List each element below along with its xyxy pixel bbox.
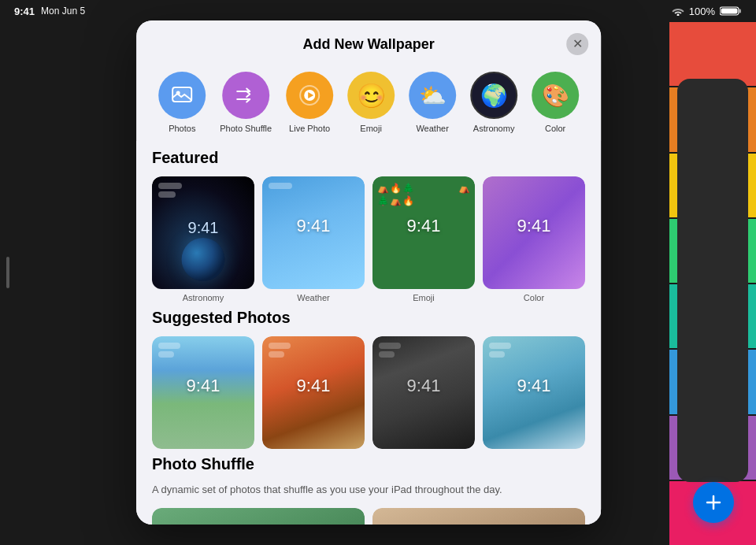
type-astronomy[interactable]: 🌍 Astronomy — [470, 72, 517, 133]
modal-title: Add New Wallpaper — [303, 36, 435, 52]
svg-point-5 — [176, 91, 180, 95]
weather-label-below: Weather — [262, 293, 365, 302]
suggested-photos-section-title: Suggested Photos — [152, 309, 585, 327]
status-right: 100% — [672, 6, 742, 17]
color-icon-circle: 🎨 — [532, 72, 579, 119]
close-icon: ✕ — [573, 38, 583, 50]
shuffle-thumb-2[interactable]: 9:41 — [372, 508, 585, 525]
photo-shuffle-description: A dynamic set of photos that shuffle as … — [152, 483, 585, 497]
svg-rect-1 — [739, 9, 742, 13]
emoji-tile-3: 🌲 — [402, 183, 414, 194]
astronomy-time: 9:41 — [188, 219, 219, 237]
earth-sphere — [182, 238, 225, 281]
suggested-photo-3[interactable]: 9:41 — [372, 336, 475, 449]
astronomy-label-below: Astronomy — [152, 293, 254, 302]
photo1-time: 9:41 — [187, 376, 220, 396]
featured-grid: 9:41 Astronomy 9:41 Weather — [152, 176, 585, 302]
add-wallpaper-button[interactable] — [693, 482, 734, 523]
widget-bar-10 — [379, 351, 395, 358]
photo-shuffle-icon-circle — [222, 72, 269, 119]
widget-bar-2 — [158, 191, 176, 198]
suggested-photo-1[interactable]: 9:41 — [152, 336, 254, 449]
widget-bar-9 — [379, 343, 401, 349]
live-photo-icon-circle — [286, 72, 333, 119]
emoji-label: Emoji — [360, 124, 382, 133]
photo-shuffle-section-title: Photo Shuffle — [152, 455, 585, 473]
right-panel — [677, 79, 748, 482]
widget-bar-12 — [489, 351, 505, 358]
wifi-icon — [672, 6, 684, 16]
type-photos[interactable]: Photos — [158, 72, 206, 133]
photo2-widgets — [269, 343, 291, 358]
emoji-tile-2: 🔥 — [390, 183, 402, 194]
photo4-time: 9:41 — [517, 376, 551, 396]
close-button[interactable]: ✕ — [566, 33, 588, 55]
photo4-widgets — [489, 343, 511, 358]
widget-bar-6 — [158, 351, 174, 358]
wallpaper-type-icons-row: Photos Photo Shuffle Live Photo — [136, 61, 601, 141]
widget-bar-5 — [158, 343, 180, 349]
astronomy-widgets — [158, 183, 182, 198]
widget-bar-3 — [269, 183, 292, 189]
widget-bar-11 — [489, 343, 511, 349]
featured-weather-thumb[interactable]: 9:41 Weather — [262, 176, 365, 302]
modal-header: Add New Wallpaper ✕ — [136, 20, 601, 61]
widget-bar-8 — [269, 351, 284, 358]
status-time: 9:41 — [14, 6, 35, 17]
featured-astronomy-thumb[interactable]: 9:41 Astronomy — [152, 176, 254, 302]
featured-color-thumb[interactable]: 9:41 Color — [483, 176, 585, 302]
suggested-photo-4[interactable]: 9:41 — [483, 336, 585, 449]
weather-icon: ⛅ — [419, 83, 447, 109]
live-photo-icon — [298, 83, 321, 107]
emoji-icon: 😊 — [357, 82, 386, 109]
color-icon: 🎨 — [542, 83, 569, 109]
photo2-time: 9:41 — [297, 376, 331, 396]
weather-icon-circle: ⛅ — [409, 72, 456, 119]
emoji-tile-7: 🔥 — [402, 195, 414, 206]
battery-percent: 100% — [689, 6, 715, 17]
modal-content[interactable]: Featured 9:41 Astronomy — [136, 141, 601, 525]
status-date: Mon Jun 5 — [41, 6, 85, 17]
color-time: 9:41 — [517, 216, 551, 236]
sidebar-handle — [6, 257, 9, 288]
weather-time: 9:41 — [297, 216, 331, 236]
svg-rect-2 — [721, 9, 738, 14]
astronomy-label: Astronomy — [473, 124, 515, 133]
plus-icon — [704, 493, 723, 512]
weather-widgets — [269, 183, 292, 189]
type-weather[interactable]: ⛅ Weather — [409, 72, 456, 133]
battery-icon — [720, 6, 742, 17]
color-label-below: Color — [483, 293, 585, 302]
photos-label: Photos — [169, 124, 195, 133]
astronomy-icon: 🌍 — [480, 83, 508, 109]
type-color[interactable]: 🎨 Color — [532, 72, 579, 133]
add-wallpaper-modal: Add New Wallpaper ✕ Photos — [136, 20, 601, 525]
emoji-tile-1: ⛺ — [377, 183, 389, 194]
widget-bar-1 — [158, 183, 182, 189]
type-emoji[interactable]: 😊 Emoji — [347, 72, 395, 133]
photos-icon — [170, 83, 194, 107]
type-live-photo[interactable]: Live Photo — [286, 72, 333, 133]
emoji-label-below: Emoji — [372, 293, 475, 302]
photos-icon-circle — [158, 72, 206, 119]
emoji-icon-circle: 😊 — [347, 72, 395, 119]
photo-shuffle-label: Photo Shuffle — [220, 124, 272, 133]
live-photo-label: Live Photo — [289, 124, 330, 133]
color-label: Color — [545, 124, 565, 133]
status-bar: 9:41 Mon Jun 5 100% — [0, 0, 756, 22]
featured-section-title: Featured — [152, 149, 585, 167]
emoji-tile-6: ⛺ — [390, 195, 402, 206]
featured-emoji-thumb[interactable]: ⛺ 🔥 🌲 ⛺ 🌲 ⛺ 🔥 9:41 Emoji — [372, 176, 475, 302]
suggested-photo-2[interactable]: 9:41 — [262, 336, 365, 449]
photo3-time: 9:41 — [407, 376, 441, 396]
suggested-photos-grid: 9:41 9:41 — [152, 336, 585, 449]
emoji-tile-4: ⛺ — [458, 183, 470, 194]
widget-bar-7 — [269, 343, 291, 349]
type-photo-shuffle[interactable]: Photo Shuffle — [220, 72, 272, 133]
photo-shuffle-grid: 9:41 9:41 — [152, 508, 585, 525]
photo3-widgets — [379, 343, 401, 358]
emoji-tile-5: 🌲 — [377, 195, 389, 206]
photo1-widgets — [158, 343, 180, 358]
weather-label: Weather — [416, 124, 448, 133]
shuffle-thumb-1[interactable]: 9:41 — [152, 508, 365, 525]
